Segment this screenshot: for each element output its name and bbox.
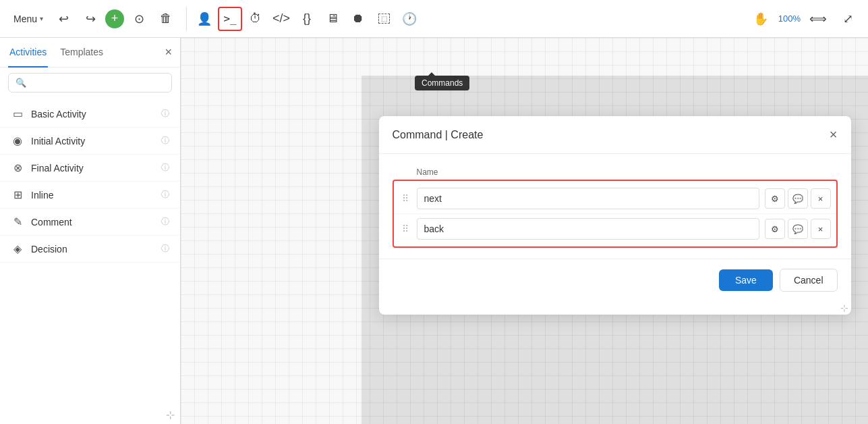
zoom-display: 100% — [778, 14, 801, 24]
resize-icon: ⊹ — [840, 302, 848, 313]
user-icon-button[interactable]: 👤 — [192, 7, 216, 31]
commands-button[interactable]: >_ — [218, 7, 242, 31]
main-canvas[interactable]: Commands Command | Create × Name ⠿ — [181, 38, 868, 424]
row-comment-button[interactable]: 💬 — [788, 219, 808, 239]
braces-button[interactable]: {} — [295, 7, 319, 31]
menu-button[interactable]: Menu ▾ — [8, 11, 49, 27]
history-button[interactable]: 🕐 — [397, 7, 422, 31]
row-settings-button[interactable]: ⚙ — [765, 188, 785, 209]
redo-button[interactable]: ↪ — [78, 7, 103, 31]
hand-icon: ✋ — [753, 11, 768, 26]
undo-button[interactable]: ↩ — [51, 7, 76, 31]
delete-button[interactable]: 🗑 — [154, 7, 178, 31]
info-icon-inline[interactable]: ⓘ — [161, 189, 169, 201]
save-button[interactable]: Save — [719, 269, 773, 291]
sidebar-item-label: Inline — [31, 190, 154, 201]
sidebar-item-comment[interactable]: ✎ Comment ⓘ — [0, 209, 180, 236]
code-icon: </> — [272, 11, 290, 26]
sidebar-item-final-activity[interactable]: ⊗ Final Activity ⓘ — [0, 155, 180, 182]
plus-icon: + — [111, 11, 119, 26]
add-button[interactable]: + — [105, 9, 124, 28]
sidebar-item-initial-activity[interactable]: ◉ Initial Activity ⓘ — [0, 128, 180, 155]
sliders-icon: ⚙ — [771, 194, 779, 204]
braces-icon: {} — [303, 11, 311, 26]
modal-body: Name ⠿ ⚙ 💬 — [379, 154, 851, 259]
toolbar-left-group: Menu ▾ ↩ ↪ + ⊙ 🗑 — [8, 7, 187, 31]
tab-templates[interactable]: Templates — [59, 38, 105, 68]
sidebar-item-decision[interactable]: ◈ Decision ⓘ — [0, 236, 180, 263]
row-actions: ⚙ 💬 × — [765, 188, 831, 209]
row-actions: ⚙ 💬 × — [765, 219, 831, 239]
row-comment-button[interactable]: 💬 — [788, 188, 808, 209]
loop-button[interactable]: ⊙ — [127, 7, 151, 31]
undo-icon: ↩ — [59, 11, 69, 26]
sidebar-item-label: Initial Activity — [31, 136, 154, 147]
tab-activities[interactable]: Activities — [8, 38, 48, 68]
modal-header: Command | Create × — [379, 116, 851, 154]
sidebar-item-inline[interactable]: ⊞ Inline ⓘ — [0, 182, 180, 209]
command-table-header: Name — [393, 165, 838, 180]
fullscreen-button[interactable]: ⤢ — [836, 7, 860, 31]
command-name-input[interactable] — [417, 188, 759, 209]
fit-width-icon: ⟺ — [809, 11, 827, 26]
toolbar-center-group: 👤 >_ ⏱ </> {} 🖥 ⏺ ⬚ 🕐 — [192, 7, 746, 31]
sidebar-tabs: Activities Templates × — [0, 38, 180, 68]
toolbar-right-group: ✋ 100% ⟺ ⤢ — [749, 7, 860, 31]
sidebar-item-label: Comment — [31, 217, 154, 228]
initial-activity-icon: ◉ — [11, 134, 24, 147]
resize-icon: ⊹ — [166, 408, 175, 421]
modal-close-button[interactable]: × — [830, 127, 838, 142]
drag-handle-icon[interactable]: ⠿ — [399, 193, 411, 204]
screen-button[interactable]: 🖥 — [320, 7, 345, 31]
redo-icon: ↪ — [86, 11, 96, 26]
cancel-button[interactable]: Cancel — [780, 269, 838, 292]
sidebar-item-label: Final Activity — [31, 163, 154, 174]
modal-overlay: Command | Create × Name ⠿ ⚙ — [361, 76, 868, 424]
comment-bubble-icon: 💬 — [792, 224, 803, 234]
code-button[interactable]: </> — [269, 7, 293, 31]
select-button[interactable]: ⬚ — [372, 7, 396, 31]
clock-button[interactable]: ⏱ — [243, 7, 268, 31]
close-icon: × — [818, 194, 823, 204]
fullscreen-icon: ⤢ — [843, 11, 853, 26]
info-icon-comment[interactable]: ⓘ — [161, 216, 169, 228]
drag-handle-icon[interactable]: ⠿ — [399, 223, 411, 234]
chevron-down-icon: ▾ — [40, 15, 43, 22]
command-create-modal: Command | Create × Name ⠿ ⚙ — [379, 116, 851, 315]
row-settings-button[interactable]: ⚙ — [765, 219, 785, 239]
record-button[interactable]: ⏺ — [346, 7, 370, 31]
sidebar-resize-handle[interactable]: ⊹ — [0, 406, 180, 424]
search-icon: 🔍 — [16, 78, 26, 88]
fit-width-button[interactable]: ⟺ — [806, 7, 830, 31]
sliders-icon: ⚙ — [771, 224, 779, 234]
info-icon-decision[interactable]: ⓘ — [161, 243, 169, 255]
sidebar-item-label: Basic Activity — [31, 109, 154, 120]
info-icon-final[interactable]: ⓘ — [161, 162, 169, 174]
sidebar-item-basic-activity[interactable]: ▭ Basic Activity ⓘ — [0, 101, 180, 128]
info-icon-initial[interactable]: ⓘ — [161, 135, 169, 147]
search-input[interactable] — [30, 78, 165, 88]
comment-bubble-icon: 💬 — [792, 194, 803, 204]
row-delete-button[interactable]: × — [811, 219, 831, 239]
sidebar-close-button[interactable]: × — [165, 45, 172, 59]
terminal-icon: >_ — [223, 12, 236, 25]
tooltip-label: Commands — [422, 78, 463, 88]
command-rows-container: ⠿ ⚙ 💬 × — [393, 180, 838, 248]
modal-footer: Save Cancel — [379, 259, 851, 301]
comment-icon: ✎ — [11, 215, 24, 228]
clock-icon: ⏱ — [250, 11, 262, 26]
inline-icon: ⊞ — [11, 188, 24, 201]
sidebar-search-container: 🔍 — [8, 73, 172, 92]
command-row: ⠿ ⚙ 💬 × — [394, 184, 836, 214]
hand-tool-button[interactable]: ✋ — [749, 7, 773, 31]
sidebar-list: ▭ Basic Activity ⓘ ◉ Initial Activity ⓘ … — [0, 98, 180, 406]
command-row: ⠿ ⚙ 💬 × — [394, 214, 836, 244]
final-activity-icon: ⊗ — [11, 161, 24, 174]
modal-resize-handle[interactable]: ⊹ — [379, 301, 851, 315]
command-name-input[interactable] — [417, 218, 759, 240]
name-column-header: Name — [417, 167, 438, 177]
history-icon: 🕐 — [402, 11, 417, 26]
info-icon-basic[interactable]: ⓘ — [161, 108, 169, 120]
menu-label: Menu — [13, 14, 37, 24]
row-delete-button[interactable]: × — [811, 188, 831, 209]
